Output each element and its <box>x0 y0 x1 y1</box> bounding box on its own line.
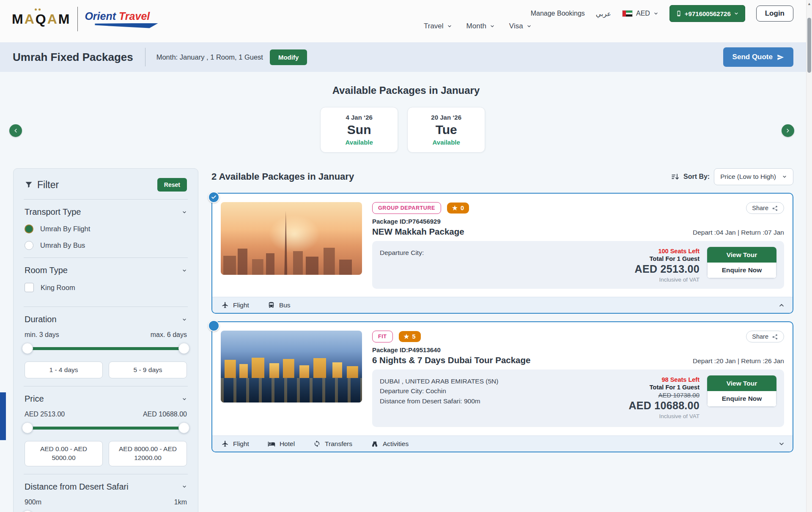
phone-number: +971600562726 <box>685 10 731 17</box>
departure-type-badge: FIT <box>372 331 393 342</box>
duration-title: Duration <box>25 315 57 324</box>
radio-unselected-icon <box>25 241 33 250</box>
chevron-left-icon <box>13 128 19 134</box>
availability-status: Available <box>346 139 373 146</box>
duration-preset-1-4-days[interactable]: 1 - 4 days <box>25 361 103 378</box>
duration-slider-handle-min[interactable] <box>22 343 33 354</box>
price-preset-0-5000[interactable]: AED 0.00 - AED 5000.00 <box>25 441 103 466</box>
date-card-20-jan[interactable]: 20 Jan ‘26 Tue Available <box>407 107 485 153</box>
package-selected-check[interactable] <box>208 192 219 203</box>
room-type-section-header[interactable]: Room Type <box>25 266 187 275</box>
radio-umrah-by-flight[interactable]: Umrah By Flight <box>25 225 187 233</box>
chevron-down-icon <box>182 268 187 273</box>
amenity-bus[interactable]: Bus <box>268 301 291 309</box>
nav-visa[interactable]: Visa <box>509 22 532 30</box>
nav-month[interactable]: Month <box>466 22 495 30</box>
nav-travel[interactable]: Travel <box>424 22 452 30</box>
day-label: Sun <box>347 123 371 137</box>
results-count-title: 2 Available Packages in January <box>211 171 354 182</box>
price-slider-handle-max[interactable] <box>178 422 189 433</box>
package-card-makkah[interactable]: GROUP DEPARTURE ★0 Share Package ID:P764… <box>211 193 793 314</box>
package-name: NEW Makkah Package <box>372 227 464 237</box>
phone-icon <box>676 10 682 17</box>
filter-funnel-icon <box>25 181 33 189</box>
enquire-now-button[interactable]: Enquire Now <box>707 263 776 278</box>
carousel-prev-button[interactable] <box>9 124 22 137</box>
flight-icon <box>222 301 229 309</box>
page-scrollbar[interactable]: ▲ <box>806 0 812 512</box>
distance-line: Distance from Desert Safari: 900m <box>380 396 498 406</box>
date-card-4-jan[interactable]: 4 Jan ‘26 Sun Available <box>320 107 398 153</box>
package-info-box: Departure City: 100 Seats Left Total For… <box>372 241 784 289</box>
depart-return-dates: Depart :20 Jan | Return :26 Jan <box>693 357 784 365</box>
transport-type-title: Transport Type <box>25 207 81 217</box>
amenity-label: Bus <box>279 301 291 309</box>
star-icon: ★ <box>452 205 458 211</box>
package-details: GROUP DEPARTURE ★0 Share Package ID:P764… <box>372 202 784 288</box>
currency-selector[interactable]: AED <box>622 10 658 17</box>
duration-section-header[interactable]: Duration <box>25 315 187 324</box>
login-button[interactable]: Login <box>756 5 793 22</box>
view-tour-button[interactable]: View Tour <box>707 247 776 263</box>
chevron-down-icon <box>734 11 739 16</box>
room-type-title: Room Type <box>25 266 68 275</box>
currency-code: AED <box>636 10 650 17</box>
price-title: Price <box>25 394 44 404</box>
seats-left: 100 Seats Left <box>635 248 700 255</box>
manage-bookings-link[interactable]: Manage Bookings <box>531 10 585 17</box>
star-count: 0 <box>461 205 464 211</box>
nav-visa-label: Visa <box>509 22 523 30</box>
price-slider-handle-min[interactable] <box>22 422 33 433</box>
scrollbar-thumb[interactable] <box>807 18 811 73</box>
nav-month-label: Month <box>466 22 486 30</box>
amenity-flight[interactable]: Flight <box>222 440 249 448</box>
amenity-label: Activities <box>383 440 409 448</box>
package-card-dubai-tour[interactable]: FIT ★5 Share Package ID:P49513640 6 Nigh… <box>211 321 793 452</box>
distance-slider-handle[interactable] <box>22 510 33 512</box>
date-label: 20 Jan ‘26 <box>431 114 461 121</box>
sort-icon <box>671 172 679 181</box>
enquire-now-button[interactable]: Enquire Now <box>707 391 776 407</box>
radio-umrah-by-bus[interactable]: Umrah By Bus <box>25 241 187 250</box>
modify-button[interactable]: Modify <box>270 49 307 65</box>
amenity-activities[interactable]: Activities <box>371 440 409 448</box>
duration-min-label: min. 3 days <box>25 331 59 339</box>
list-header: 2 Available Packages in January Sort By:… <box>211 168 793 185</box>
amenities-bar: Flight Bus <box>212 297 793 313</box>
phone-number-button[interactable]: +971600562726 <box>669 5 745 22</box>
price-preset-8000-12000[interactable]: AED 8000.00 - AED 12000.00 <box>109 441 187 466</box>
amenity-transfers[interactable]: Transfers <box>313 440 352 448</box>
duration-slider-handle-max[interactable] <box>178 343 189 354</box>
distance-section-header[interactable]: Distance from Desert Safari <box>25 482 187 492</box>
logo[interactable]: MAQAM OrientTravel <box>12 7 158 31</box>
amenity-hotel[interactable]: Hotel <box>268 440 295 448</box>
view-tour-button[interactable]: View Tour <box>707 375 776 391</box>
total-guest-label: Total For 1 Guest <box>635 255 700 262</box>
scrollbar-up-arrow[interactable]: ▲ <box>807 2 811 6</box>
amenity-flight[interactable]: Flight <box>222 301 249 309</box>
maqam-logo: MAQAM <box>12 11 71 27</box>
reset-filters-button[interactable]: Reset <box>157 178 187 192</box>
logo-swoosh <box>95 23 158 28</box>
collapse-card-chevron-up[interactable] <box>778 302 785 309</box>
sort-select-dropdown[interactable]: Price (Low to High) <box>714 168 793 185</box>
chevron-up-icon <box>778 302 785 309</box>
send-quote-button[interactable]: Send Quote <box>723 47 793 67</box>
price-section-header[interactable]: Price <box>25 394 187 404</box>
checkbox-king-room[interactable]: King Room <box>25 283 187 292</box>
transport-type-section-header[interactable]: Transport Type <box>25 207 187 217</box>
package-list-area: 2 Available Packages in January Sort By:… <box>211 168 793 452</box>
duration-preset-5-9-days[interactable]: 5 - 9 days <box>109 361 187 378</box>
package-select-dot[interactable] <box>208 320 219 331</box>
share-button[interactable]: Share <box>746 331 784 342</box>
package-id: Package ID:P49513640 <box>372 346 784 353</box>
share-button[interactable]: Share <box>746 202 784 214</box>
side-widget-tab[interactable] <box>0 392 6 440</box>
package-info-box: DUBAI , UNITED ARAB EMIRATES (5N) Depart… <box>372 370 784 427</box>
carousel-next-button[interactable] <box>782 124 794 137</box>
package-photo-dubai-sunset <box>221 202 362 275</box>
expand-card-chevron-down[interactable] <box>778 441 785 447</box>
hotel-bed-icon <box>268 440 275 448</box>
language-toggle-arabic[interactable]: عربي <box>596 10 611 18</box>
star-rating-badge: ★5 <box>399 331 421 342</box>
